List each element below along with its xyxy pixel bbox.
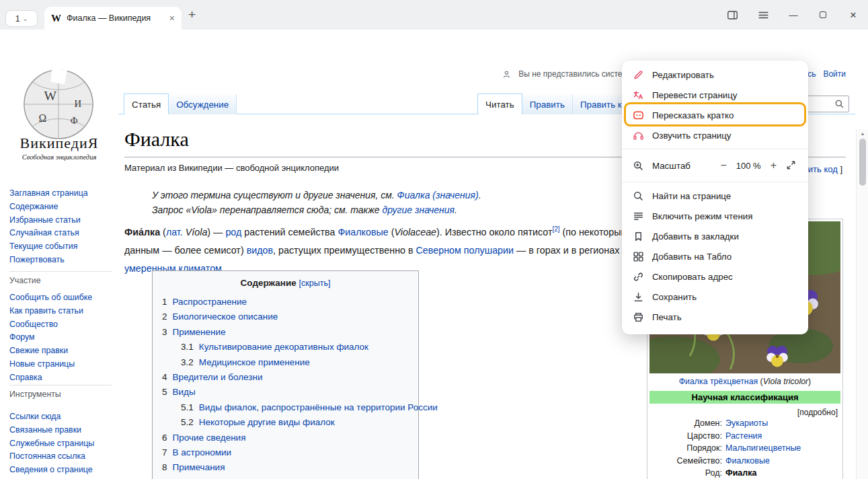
menu-item-save[interactable]: Сохранить [622,287,808,307]
sidebar-link-forum[interactable]: Форум [9,331,117,344]
sidebar-link-featured[interactable]: Избранные статьи [9,214,117,227]
menu-item-add-tablo[interactable]: Добавить на Табло [622,246,808,266]
toc-link[interactable]: В астрономии [173,447,232,457]
sidebar-link-report-error[interactable]: Сообщить об ошибке [9,291,117,305]
link-genus[interactable]: род [225,227,241,237]
toc-link[interactable]: Виды фиалок, распространённые на террито… [199,402,438,412]
toc-item[interactable]: 5Виды [162,385,418,400]
toc-item[interactable]: 5.1Виды фиалок, распространённые на терр… [162,400,418,415]
sidebar-link-how-to-edit[interactable]: Как править статьи [9,305,117,318]
maximize-button[interactable] [816,8,830,22]
toc-item[interactable]: 2Биологическое описание [162,309,418,324]
sidebar-link-special-pages[interactable]: Служебные страницы [9,437,117,451]
sidebar-link-donate[interactable]: Пожертвовать [9,254,117,267]
toc-item[interactable]: 1Распространение [162,295,418,309]
side-panel-icon[interactable] [726,9,739,22]
menu-item-label: Добавить на Табло [652,252,732,262]
toc-item[interactable]: 5.2Некоторые другие виды фиалок [162,415,418,430]
wikipedia-globe-logo[interactable]: W Ω И Ф [19,66,98,141]
toc-item[interactable]: 3.1Культивирование декоративных фиалок [162,340,418,355]
browser-tab[interactable]: W Фиалка — Википедия × [44,7,182,30]
toc-link[interactable]: Виды [173,387,196,397]
link-species[interactable]: видов [247,245,273,256]
taxo-value[interactable]: Фиалковые [725,455,770,468]
sidebar-link-new-pages[interactable]: Новые страницы [9,358,117,371]
sidebar-link-community[interactable]: Сообщество [9,318,117,332]
hatnote-link[interactable]: Фиалка (значения) [397,190,479,200]
page-scrollbar[interactable]: ▲ ▼ [856,129,868,479]
caption-link[interactable]: Фиалка трёхцветная [679,377,758,386]
toc-link[interactable]: Прочие сведения [173,433,246,443]
taxo-value[interactable]: Мальпигиецветные [725,442,801,455]
sidebar-link-related-changes[interactable]: Связанные правки [9,424,117,437]
toc-link[interactable]: Вредители и болезни [173,372,263,382]
menu-item-reader-mode[interactable]: Включить режим чтения [622,206,808,226]
taxobox-details-link[interactable]: [подробно] [649,408,840,417]
toc-number: 1 [162,297,167,307]
new-tab-button[interactable]: + [188,7,196,22]
tab-counter-button[interactable]: 1 ⌄ [5,10,38,27]
menu-divider [622,182,808,182]
toc-item[interactable]: 3.2Медицинское применение [162,355,418,370]
zoom-in-button[interactable]: + [771,159,777,172]
reference-link[interactable]: [2] [552,225,559,233]
close-tab-icon[interactable]: × [169,13,175,24]
toc-link[interactable]: Примечания [173,462,225,472]
taxo-value[interactable]: Растения [725,430,762,443]
menu-item-add-bookmark[interactable]: Добавить в закладки [622,226,808,246]
sidebar-link-help[interactable]: Справка [9,371,117,385]
sidebar-link-what-links-here[interactable]: Ссылки сюда [9,410,117,424]
sidebar-link-page-info[interactable]: Сведения о странице [9,464,117,477]
sidebar-link-random[interactable]: Случайная статья [9,227,117,240]
close-window-button[interactable]: ✕ [846,8,860,22]
menu-item-translate[interactable]: Перевести страницу [622,85,808,105]
menu-item-copy-address[interactable]: Скопировать адрес [622,266,808,287]
toc-link[interactable]: Применение [173,327,226,337]
zoom-out-button[interactable]: − [720,159,726,172]
toc-item[interactable]: 8Примечания [162,460,418,475]
sidebar-link-permanent-link[interactable]: Постоянная ссылка [9,450,117,464]
lead-taxon: Víola [183,227,208,237]
tab-discussion[interactable]: Обсуждение [169,94,237,114]
fullscreen-icon[interactable] [786,160,797,172]
menu-item-find[interactable]: Найти на странице [622,186,808,206]
tab-article[interactable]: Статья [124,94,169,114]
tab-edit[interactable]: Править [522,94,573,114]
toc-link[interactable]: Некоторые другие виды фиалок [199,417,335,427]
zoom-label: Масштаб [652,161,691,171]
toc-item[interactable]: 6Прочие сведения [162,431,418,445]
scroll-up-icon[interactable]: ▲ [857,131,868,136]
scrollbar-thumb[interactable] [859,139,866,186]
sidebar-link-contents[interactable]: Содержание [9,200,117,214]
menu-item-edit[interactable]: Редактировать [622,65,808,85]
wikipedia-wordmark[interactable]: ВикипедиЯ [0,135,118,152]
user-link-login[interactable]: Войти [823,69,846,79]
toc-item[interactable]: 4Вредители и болезни [162,370,418,385]
maximize-icon [820,11,826,18]
search-icon[interactable] [834,99,844,109]
minimize-button[interactable]: — [787,8,800,22]
menu-item-print[interactable]: Печать [622,307,808,327]
toc-hide-toggle[interactable]: [скрыть] [299,279,331,288]
wikipedia-tagline: Свободная энциклопедия [0,153,118,161]
article-subtitle: Материал из Википедии — свободной энцикл… [124,163,339,173]
link-latin[interactable]: лат. [166,227,183,237]
toc-link[interactable]: Медицинское применение [199,357,310,367]
menu-item-retell[interactable]: Пересказать кратко [622,105,808,125]
toc-item[interactable]: 7В астрономии [162,445,418,460]
toc-link[interactable]: Биологическое описание [173,311,278,322]
toc-link[interactable]: Культивирование декоративных фиалок [199,342,368,352]
taxo-value[interactable]: Эукариоты [725,417,768,430]
toc-link[interactable]: Распространение [173,297,247,307]
link-violaceae-ru[interactable]: Фиалковые [338,227,388,237]
sidebar-link-recent-changes[interactable]: Свежие правки [9,344,117,358]
link-northern-hemisphere[interactable]: Северном полушарии [416,245,514,256]
menu-item-read-aloud[interactable]: Озвучить страницу [622,125,808,145]
toc-item[interactable]: 3Применение [162,325,418,340]
hamburger-menu-icon[interactable] [757,9,770,22]
sidebar-link-current-events[interactable]: Текущие события [9,240,117,254]
hatnote-link[interactable]: другие значения [383,205,455,215]
tab-read[interactable]: Читать [477,94,522,114]
pen-icon [633,69,644,81]
sidebar-link-main[interactable]: Заглавная страница [9,187,117,200]
